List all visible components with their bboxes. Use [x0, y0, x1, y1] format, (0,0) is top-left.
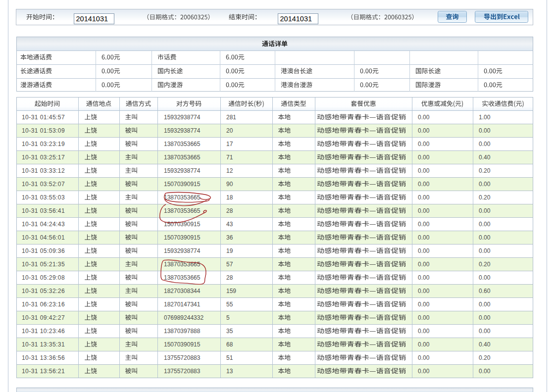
svg-text:13870353665: 13870353665	[164, 154, 201, 161]
svg-text:15932938774: 15932938774	[164, 247, 201, 254]
svg-text:0.00: 0.00	[479, 314, 491, 321]
svg-text:0.00: 0.00	[418, 261, 430, 268]
svg-text:10-31 13:35:31: 10-31 13:35:31	[22, 341, 65, 348]
svg-text:13: 13	[226, 368, 233, 375]
svg-text:0.00: 0.00	[418, 301, 430, 308]
svg-text:18270147341: 18270147341	[164, 301, 201, 308]
svg-text:10-31 03:33:12: 10-31 03:33:12	[22, 167, 65, 174]
svg-text:12: 12	[226, 167, 233, 174]
svg-text:1.00: 1.00	[479, 114, 491, 121]
svg-text:13870353665: 13870353665	[164, 194, 201, 201]
svg-text:20141031: 20141031	[280, 15, 312, 23]
svg-text:0.00: 0.00	[418, 328, 430, 335]
svg-text:10-31 05:09:36: 10-31 05:09:36	[22, 247, 65, 254]
svg-text:36: 36	[226, 234, 233, 241]
svg-text:0.00: 0.00	[418, 154, 430, 161]
svg-text:15932938774: 15932938774	[164, 114, 201, 121]
svg-text:10-31 01:53:09: 10-31 01:53:09	[22, 127, 65, 134]
svg-text:10-31 01:45:57: 10-31 01:45:57	[22, 114, 65, 121]
svg-text:0.00: 0.00	[418, 234, 430, 241]
svg-text:35: 35	[226, 328, 233, 335]
svg-text:5: 5	[226, 314, 230, 321]
svg-text:0.00: 0.00	[479, 127, 491, 134]
svg-text:13870353665: 13870353665	[164, 207, 201, 214]
svg-text:281: 281	[226, 114, 236, 121]
svg-text:19: 19	[226, 247, 233, 254]
svg-text:0.00: 0.00	[418, 274, 430, 281]
svg-text:15070390915: 15070390915	[164, 181, 201, 188]
svg-text:13755720883: 13755720883	[164, 354, 201, 361]
svg-text:51: 51	[226, 354, 233, 361]
svg-text:0.00: 0.00	[418, 354, 430, 361]
svg-text:076989244332: 076989244332	[164, 314, 203, 321]
svg-text:0.00: 0.00	[418, 127, 430, 134]
svg-text:0.00: 0.00	[418, 247, 430, 254]
svg-text:0.00: 0.00	[418, 167, 430, 174]
svg-text:0.00: 0.00	[479, 221, 491, 228]
svg-text:10-31 03:52:07: 10-31 03:52:07	[22, 181, 65, 188]
svg-text:10-31 03:56:41: 10-31 03:56:41	[22, 207, 65, 214]
svg-text:10-31 04:24:43: 10-31 04:24:43	[22, 221, 65, 228]
svg-text:0.60: 0.60	[479, 288, 491, 294]
svg-text:0.00: 0.00	[418, 314, 430, 321]
svg-text:0.00: 0.00	[479, 301, 491, 308]
svg-text:0.00: 0.00	[418, 194, 430, 201]
svg-text:0.00: 0.00	[418, 341, 430, 348]
svg-text:0.00: 0.00	[418, 141, 430, 147]
svg-text:0.00: 0.00	[479, 207, 491, 214]
svg-text:10-31 13:56:21: 10-31 13:56:21	[22, 368, 65, 375]
svg-text:20141031: 20141031	[76, 15, 108, 23]
svg-text:15932938774: 15932938774	[164, 127, 201, 134]
svg-text:0.00: 0.00	[418, 181, 430, 188]
svg-text:0.00: 0.00	[418, 288, 430, 294]
svg-text:0.00: 0.00	[479, 141, 491, 147]
svg-text:90: 90	[226, 181, 233, 188]
svg-text:28: 28	[226, 274, 233, 281]
svg-text:159: 159	[226, 288, 236, 294]
svg-text:0.40: 0.40	[479, 341, 491, 348]
svg-text:15070390915: 15070390915	[164, 341, 201, 348]
svg-text:10-31 03:25:17: 10-31 03:25:17	[22, 154, 65, 161]
svg-text:10-31 03:55:03: 10-31 03:55:03	[22, 194, 65, 201]
svg-text:55: 55	[226, 301, 233, 308]
svg-text:18: 18	[226, 194, 233, 201]
svg-text:43: 43	[226, 221, 233, 228]
svg-text:57: 57	[226, 261, 233, 268]
svg-text:15070390915: 15070390915	[164, 234, 201, 241]
svg-text:0.00: 0.00	[479, 247, 491, 254]
svg-text:10-31 04:56:01: 10-31 04:56:01	[22, 234, 65, 241]
svg-text:13870353665: 13870353665	[164, 274, 201, 281]
svg-text:13870397888: 13870397888	[164, 328, 201, 335]
svg-text:10-31 06:23:16: 10-31 06:23:16	[22, 301, 65, 308]
svg-text:0.00: 0.00	[418, 114, 430, 121]
svg-text:0.00: 0.00	[479, 328, 491, 335]
svg-text:68: 68	[226, 341, 233, 348]
svg-text:10-31 03:23:19: 10-31 03:23:19	[22, 141, 65, 147]
svg-text:13870353665: 13870353665	[164, 141, 201, 147]
svg-text:0.00: 0.00	[479, 181, 491, 188]
svg-text:10-31 10:23:46: 10-31 10:23:46	[22, 328, 65, 335]
svg-text:10-31 13:36:56: 10-31 13:36:56	[22, 354, 65, 361]
svg-text:10-31 09:42:27: 10-31 09:42:27	[22, 314, 65, 321]
svg-text:0.00: 0.00	[418, 368, 430, 375]
svg-text:0.40: 0.40	[479, 154, 491, 161]
svg-text:28: 28	[226, 207, 233, 214]
svg-text:0.00: 0.00	[479, 234, 491, 241]
svg-text:17: 17	[226, 141, 233, 147]
svg-text:10-31 05:29:08: 10-31 05:29:08	[22, 274, 65, 281]
svg-text:0.20: 0.20	[479, 194, 491, 201]
svg-text:0.00: 0.00	[479, 274, 491, 281]
svg-text:10-31 05:32:26: 10-31 05:32:26	[22, 288, 65, 294]
svg-text:0.00: 0.00	[418, 207, 430, 214]
svg-text:0.20: 0.20	[479, 354, 491, 361]
svg-text:20: 20	[226, 127, 233, 134]
svg-text:0.00: 0.00	[418, 221, 430, 228]
svg-text:71: 71	[226, 154, 233, 161]
svg-text:0.00: 0.00	[479, 368, 491, 375]
svg-text:15932938774: 15932938774	[164, 167, 201, 174]
svg-text:0.20: 0.20	[479, 167, 491, 174]
svg-text:0.20: 0.20	[479, 261, 491, 268]
svg-text:13755720883: 13755720883	[164, 368, 201, 375]
svg-text:18270308344: 18270308344	[164, 288, 201, 294]
svg-text:10-31 05:21:35: 10-31 05:21:35	[22, 261, 65, 268]
